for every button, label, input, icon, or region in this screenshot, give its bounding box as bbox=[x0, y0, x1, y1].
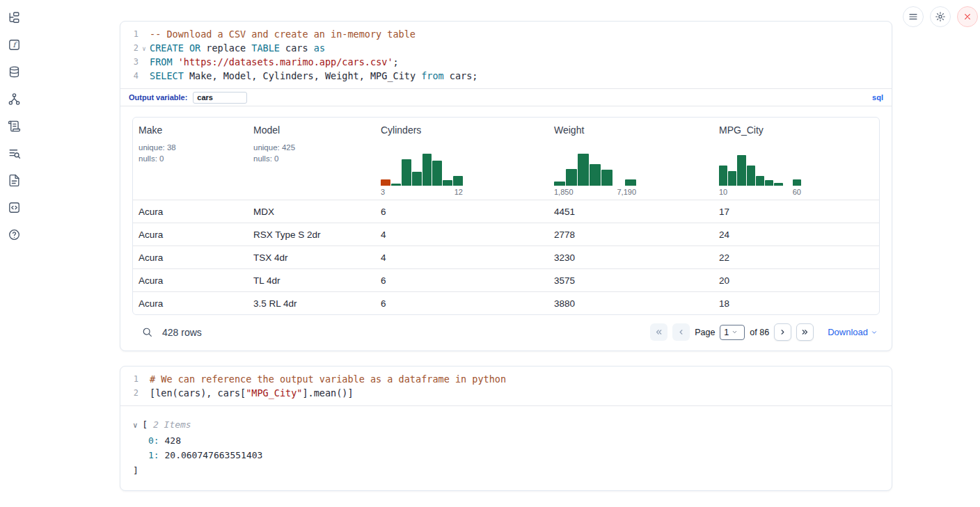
token-plain: [ bbox=[142, 419, 153, 430]
histogram-bar[interactable] bbox=[737, 155, 745, 186]
output-variable-input[interactable] bbox=[193, 92, 247, 104]
code-line[interactable]: 4SELECT Make, Model, Cylinders, Weight, … bbox=[120, 69, 892, 83]
window-controls bbox=[903, 6, 978, 27]
table-cell: 6 bbox=[375, 298, 548, 309]
column-header[interactable]: Makeunique: 38nulls: 0 bbox=[133, 118, 248, 200]
page-select[interactable]: 1 bbox=[720, 325, 745, 340]
column-stats: unique: 425nulls: 0 bbox=[253, 142, 370, 164]
search-icon[interactable] bbox=[141, 326, 153, 338]
column-header[interactable]: Modelunique: 425nulls: 0 bbox=[248, 118, 375, 200]
close-button[interactable] bbox=[957, 6, 978, 27]
histogram-bar[interactable] bbox=[578, 154, 589, 186]
settings-button[interactable] bbox=[930, 6, 951, 27]
sql-cell: 1-- Download a CSV and create an in-memo… bbox=[120, 21, 892, 351]
fold-icon[interactable]: ∨ bbox=[139, 41, 150, 55]
table-cell: 4451 bbox=[548, 207, 713, 217]
histogram-bar[interactable] bbox=[422, 154, 432, 186]
code-line[interactable]: 2[len(cars), cars["MPG_City"].mean()] bbox=[120, 386, 892, 400]
histogram-bar[interactable] bbox=[728, 171, 736, 186]
dependencies-icon[interactable] bbox=[6, 91, 22, 106]
histogram-bar[interactable] bbox=[601, 170, 612, 186]
prev-page-button[interactable] bbox=[672, 323, 690, 341]
token-plain: cars; bbox=[444, 70, 478, 81]
menu-button[interactable] bbox=[903, 6, 924, 27]
line-number: 4 bbox=[120, 69, 139, 83]
first-page-button[interactable] bbox=[650, 323, 667, 341]
code-text: FROM 'https://datasets.marimo.app/cars.c… bbox=[150, 55, 399, 69]
token-plain: cars bbox=[280, 42, 314, 54]
sql-code-editor[interactable]: 1-- Download a CSV and create an in-memo… bbox=[120, 22, 892, 88]
histogram-bar[interactable] bbox=[443, 180, 452, 186]
documentation-icon[interactable] bbox=[6, 172, 22, 188]
histogram-bar[interactable] bbox=[774, 183, 782, 186]
table-row[interactable]: Acura3.5 RL 4dr6388018 bbox=[133, 291, 879, 314]
tree-collapse-icon[interactable]: ∨ bbox=[133, 421, 142, 430]
table-cell: 18 bbox=[713, 298, 879, 309]
histogram-bar[interactable] bbox=[554, 182, 565, 186]
histogram-bar[interactable] bbox=[391, 184, 401, 186]
last-page-button[interactable] bbox=[796, 323, 814, 341]
table-cell: TSX 4dr bbox=[248, 252, 375, 263]
column-header[interactable]: Weight1,8507,190 bbox=[548, 118, 713, 200]
python-code-editor[interactable]: 1# We can reference the output variable … bbox=[120, 367, 892, 405]
outline-icon[interactable] bbox=[6, 145, 22, 161]
code-line[interactable]: 1# We can reference the output variable … bbox=[120, 372, 892, 386]
output-tree-line: ] bbox=[133, 463, 892, 478]
token-plain: replace bbox=[200, 42, 251, 54]
token-plain: [len(cars), cars[ bbox=[150, 387, 246, 399]
column-header[interactable]: Cylinders312 bbox=[375, 118, 548, 200]
code-line[interactable]: 1-- Download a CSV and create an in-memo… bbox=[120, 27, 892, 41]
column-name: Cylinders bbox=[381, 124, 543, 136]
histogram-bar[interactable] bbox=[756, 176, 764, 186]
table-cell: 20 bbox=[713, 275, 879, 286]
datasources-icon[interactable] bbox=[6, 64, 22, 79]
scratchpad-icon[interactable]: f bbox=[6, 37, 22, 52]
table-row[interactable]: AcuraRSX Type S 2dr4277824 bbox=[133, 223, 879, 246]
line-number: 2 bbox=[120, 386, 139, 400]
table-cell: Acura bbox=[133, 275, 248, 286]
python-cell-output: ∨ [ 2 Items0: 4281: 20.060747663551403] bbox=[120, 405, 892, 490]
marimo-app: { "colors": { "accent_blue": "#2563eb", … bbox=[0, 0, 980, 507]
code-line[interactable]: 3FROM 'https://datasets.marimo.app/cars.… bbox=[120, 55, 892, 69]
table-row[interactable]: AcuraMDX6445117 bbox=[133, 200, 879, 223]
python-cell: 1# We can reference the output variable … bbox=[120, 366, 892, 491]
table-row[interactable]: AcuraTL 4dr6357520 bbox=[133, 268, 879, 291]
left-toolbar: f bbox=[0, 10, 28, 242]
column-header[interactable]: MPG_City1060 bbox=[713, 118, 879, 200]
table-cell: 4 bbox=[375, 230, 548, 240]
table-cell: 3575 bbox=[548, 275, 713, 286]
table-cell: RSX Type S 2dr bbox=[248, 230, 375, 240]
table-cell: TL 4dr bbox=[248, 275, 375, 286]
table-cell: 6 bbox=[375, 207, 548, 217]
language-badge: sql bbox=[872, 93, 883, 102]
column-name: Weight bbox=[554, 124, 708, 136]
download-button[interactable]: Download bbox=[828, 327, 878, 337]
line-number: 2 bbox=[120, 41, 139, 55]
histogram-bar[interactable] bbox=[432, 161, 442, 186]
histogram-bar[interactable] bbox=[381, 179, 390, 186]
histogram-bar[interactable] bbox=[747, 166, 755, 186]
table-cell: 3.5 RL 4dr bbox=[248, 298, 375, 309]
histogram-bar[interactable] bbox=[625, 179, 636, 186]
column-histogram: 1060 bbox=[719, 152, 801, 196]
histogram-bar[interactable] bbox=[719, 166, 727, 186]
histogram-bar[interactable] bbox=[590, 164, 601, 186]
table-body: AcuraMDX6445117AcuraRSX Type S 2dr427782… bbox=[133, 200, 879, 314]
histogram-bar[interactable] bbox=[402, 159, 411, 186]
file-explorer-icon[interactable] bbox=[6, 10, 22, 25]
snippets-icon[interactable] bbox=[6, 200, 22, 215]
logs-icon[interactable] bbox=[6, 118, 22, 134]
histogram-bar[interactable] bbox=[566, 169, 577, 186]
histogram-bar[interactable] bbox=[793, 179, 801, 186]
next-page-button[interactable] bbox=[774, 323, 791, 341]
histogram-bar[interactable] bbox=[412, 172, 422, 186]
code-line[interactable]: 2∨CREATE OR replace TABLE cars as bbox=[120, 41, 892, 55]
help-icon[interactable] bbox=[6, 227, 22, 242]
code-text: ∨ [ 2 Items bbox=[133, 419, 191, 430]
table-cell: MDX bbox=[248, 207, 375, 217]
output-tree-line: ∨ [ 2 Items bbox=[133, 417, 892, 433]
histogram-bar[interactable] bbox=[453, 176, 463, 186]
table-cell: 3880 bbox=[548, 298, 713, 309]
table-row[interactable]: AcuraTSX 4dr4323022 bbox=[133, 246, 879, 268]
histogram-bar[interactable] bbox=[765, 180, 773, 186]
